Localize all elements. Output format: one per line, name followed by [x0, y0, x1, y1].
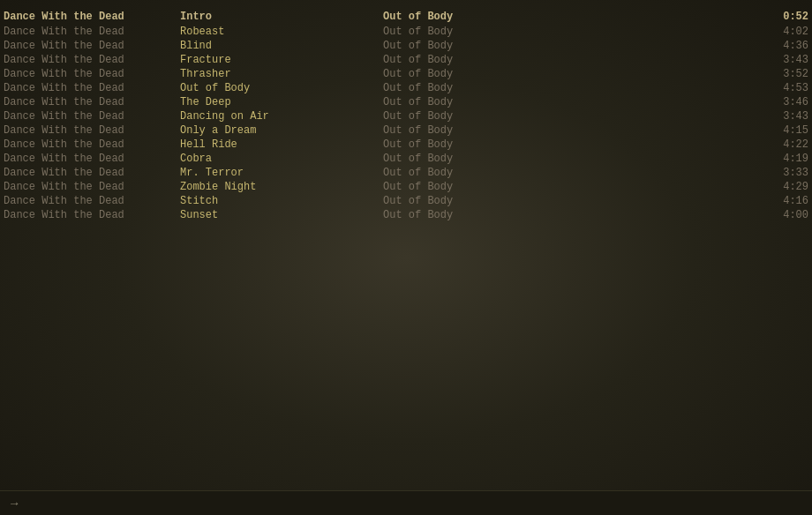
header-album: Out of Body [383, 10, 756, 24]
track-album: Out of Body [383, 152, 756, 166]
track-title: Only a Dream [180, 123, 383, 138]
track-artist: Dance With the Dead [4, 95, 180, 109]
track-duration: 4:22 [756, 138, 808, 152]
track-artist: Dance With the Dead [4, 138, 180, 152]
header-duration: 0:52 [756, 10, 808, 24]
track-duration: 4:16 [756, 194, 808, 208]
track-artist: Dance With the Dead [4, 53, 180, 67]
bottom-bar: → [0, 490, 812, 515]
track-title: Dancing on Air [180, 109, 383, 123]
table-row[interactable]: Dance With the Dead Blind Out of Body 4:… [0, 39, 812, 53]
track-artist: Dance With the Dead [4, 194, 180, 208]
track-duration: 4:29 [756, 180, 808, 194]
track-duration: 3:52 [756, 67, 808, 81]
table-row[interactable]: Dance With the Dead Cobra Out of Body 4:… [0, 152, 812, 166]
track-title: Stitch [180, 194, 383, 208]
table-row[interactable]: Dance With the Dead Mr. Terror Out of Bo… [0, 166, 812, 180]
track-album: Out of Body [383, 180, 756, 194]
track-album: Out of Body [383, 109, 756, 123]
track-artist: Dance With the Dead [4, 39, 180, 53]
track-album: Out of Body [383, 95, 756, 109]
table-row[interactable]: Dance With the Dead Stitch Out of Body 4… [0, 194, 812, 208]
track-album: Out of Body [383, 138, 756, 152]
track-duration: 4:36 [756, 39, 808, 53]
header-title: Intro [180, 10, 383, 24]
track-duration: 3:43 [756, 109, 808, 123]
table-row[interactable]: Dance With the Dead Hell Ride Out of Bod… [0, 138, 812, 152]
track-album: Out of Body [383, 166, 756, 180]
track-artist: Dance With the Dead [4, 109, 180, 123]
track-artist: Dance With the Dead [4, 25, 180, 39]
track-artist: Dance With the Dead [4, 180, 180, 194]
table-row[interactable]: Dance With the Dead Only a Dream Out of … [0, 123, 812, 138]
track-duration: 4:00 [756, 208, 808, 222]
table-header: Dance With the Dead Intro Out of Body 0:… [0, 7, 812, 25]
track-artist: Dance With the Dead [4, 166, 180, 180]
table-row[interactable]: Dance With the Dead Zombie Night Out of … [0, 180, 812, 194]
table-row[interactable]: Dance With the Dead Sunset Out of Body 4… [0, 208, 812, 222]
track-title: Robeast [180, 25, 383, 39]
track-duration: 4:15 [756, 123, 808, 138]
track-title: Out of Body [180, 81, 383, 95]
track-title: Blind [180, 39, 383, 53]
track-duration: 4:53 [756, 81, 808, 95]
track-title: Mr. Terror [180, 166, 383, 180]
track-title: Zombie Night [180, 180, 383, 194]
track-album: Out of Body [383, 67, 756, 81]
track-list: Dance With the Dead Intro Out of Body 0:… [0, 0, 812, 229]
track-album: Out of Body [383, 25, 756, 39]
track-artist: Dance With the Dead [4, 208, 180, 222]
table-row[interactable]: Dance With the Dead Thrasher Out of Body… [0, 67, 812, 81]
track-album: Out of Body [383, 39, 756, 53]
table-row[interactable]: Dance With the Dead Fracture Out of Body… [0, 53, 812, 67]
track-title: Thrasher [180, 67, 383, 81]
track-title: Sunset [180, 208, 383, 222]
track-duration: 3:46 [756, 95, 808, 109]
track-artist: Dance With the Dead [4, 67, 180, 81]
table-row[interactable]: Dance With the Dead Robeast Out of Body … [0, 25, 812, 39]
track-artist: Dance With the Dead [4, 152, 180, 166]
table-row[interactable]: Dance With the Dead Out of Body Out of B… [0, 81, 812, 95]
track-title: Cobra [180, 152, 383, 166]
track-title: The Deep [180, 95, 383, 109]
arrow-icon: → [11, 496, 18, 511]
track-album: Out of Body [383, 81, 756, 95]
table-row[interactable]: Dance With the Dead The Deep Out of Body… [0, 95, 812, 109]
track-duration: 4:02 [756, 25, 808, 39]
track-title: Hell Ride [180, 138, 383, 152]
track-title: Fracture [180, 53, 383, 67]
header-artist: Dance With the Dead [4, 10, 180, 24]
track-artist: Dance With the Dead [4, 123, 180, 138]
track-duration: 4:19 [756, 152, 808, 166]
track-album: Out of Body [383, 53, 756, 67]
track-artist: Dance With the Dead [4, 81, 180, 95]
track-duration: 3:43 [756, 53, 808, 67]
table-row[interactable]: Dance With the Dead Dancing on Air Out o… [0, 109, 812, 123]
track-album: Out of Body [383, 123, 756, 138]
track-duration: 3:33 [756, 166, 808, 180]
track-album: Out of Body [383, 208, 756, 222]
track-album: Out of Body [383, 194, 756, 208]
